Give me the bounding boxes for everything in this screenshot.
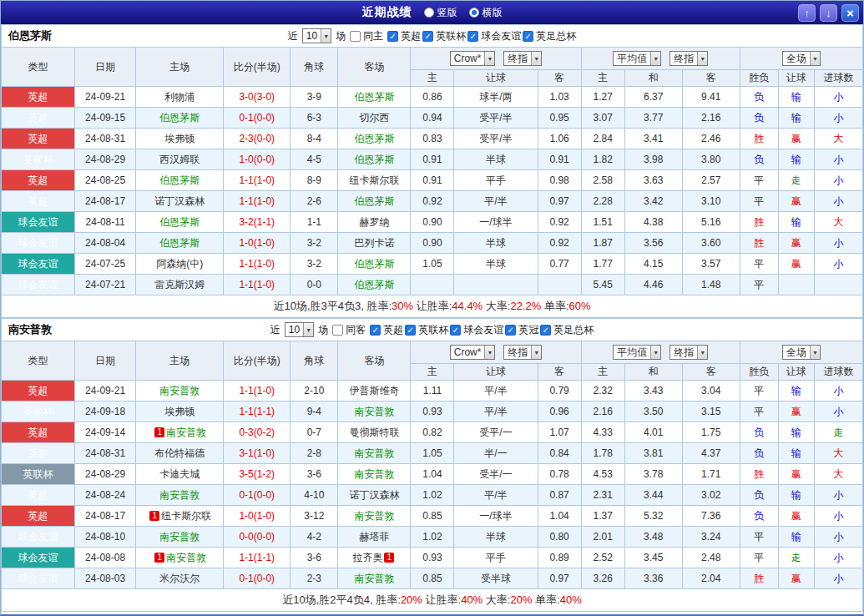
away-team-name[interactable]: 伯恩茅斯 [354,91,394,103]
home-team-name[interactable]: 诺丁汉森林 [154,195,205,207]
league-filter-1[interactable]: ✓英超 [370,323,403,337]
score-cell: 0-0(0-0) [224,527,291,548]
away-team-name[interactable]: 伯恩茅斯 [354,133,394,144]
match-count-select[interactable]: 10 ▼ [302,28,331,43]
league-filter-5[interactable]: ✓英足总杯 [540,323,594,337]
avg-time-select[interactable]: 终指 ▼ [669,345,708,360]
radio-horizontal-layout[interactable]: 横版 [469,6,503,20]
home-team-name[interactable]: 埃弗顿 [164,406,195,417]
league-label: 英冠 [518,323,538,337]
same-venue-filter[interactable]: 同客 [332,323,366,337]
home-team-name[interactable]: 南安普敦 [159,385,200,396]
radio-icon[interactable] [424,8,434,18]
away-team-name[interactable]: 伯恩茅斯 [354,154,394,165]
home-team-name[interactable]: 利物浦 [164,91,195,103]
checkbox-icon[interactable]: ✓ [540,325,551,336]
avg-source-select[interactable]: 平均值 ▼ [613,345,661,360]
checkbox-icon[interactable] [332,325,343,336]
away-team-name[interactable]: 伊普斯维奇 [349,385,399,396]
home-team-name[interactable]: 纽卡斯尔联 [161,510,211,522]
away-team-name[interactable]: 伯恩茅斯 [354,279,394,290]
away-team-name[interactable]: 南安普敦 [354,468,394,480]
odds-home-value: 0.91 [411,170,454,191]
period-select[interactable]: 全场 ▼ [782,51,821,66]
avg-home-value: 1.51 [581,212,624,233]
away-team-name[interactable]: 南安普敦 [354,406,394,417]
checkbox-icon[interactable]: ✓ [505,325,516,336]
odds-source-select[interactable]: Crow* ▼ [450,345,496,360]
checkbox-icon[interactable]: ✓ [523,31,533,42]
result-wdl: 平 [740,275,778,295]
checkbox-icon[interactable]: ✓ [467,31,478,42]
avg-draw-value: 4.01 [624,422,682,443]
result-wdl: 平 [740,548,778,568]
close-button[interactable]: × [841,4,859,22]
match-row: 球会友谊 24-08-08 1南安普敦 1-1(1-1) 3-6 拉齐奥1 0.… [2,548,863,568]
league-filter-2[interactable]: ✓英联杯 [405,323,448,337]
away-team-name[interactable]: 赫塔菲 [359,531,389,543]
home-team-name[interactable]: 伯恩茅斯 [159,174,200,186]
home-team-name[interactable]: 埃弗顿 [164,133,195,144]
home-team-name[interactable]: 布伦特福德 [154,447,205,459]
away-team-name[interactable]: 南安普敦 [354,573,394,584]
home-team-name[interactable]: 西汉姆联 [159,154,200,165]
away-team-cell: 伯恩茅斯 [338,149,411,170]
home-team-name[interactable]: 卡迪夫城 [159,468,200,480]
away-team-name[interactable]: 伯恩茅斯 [354,195,394,207]
result-goals: 小 [814,548,862,568]
checkbox-icon[interactable] [350,31,361,42]
period-select[interactable]: 全场 ▼ [782,345,821,360]
radio-icon[interactable] [469,8,479,18]
chevron-down-icon: ▼ [650,346,660,359]
home-team-name[interactable]: 伯恩茅斯 [159,112,200,124]
home-team-name[interactable]: 伯恩茅斯 [159,216,200,228]
away-team-name[interactable]: 南安普敦 [354,510,394,522]
avg-group-header: 平均值 ▼ 终指 ▼ [581,341,740,364]
avg-time-select[interactable]: 终指 ▼ [669,51,708,66]
home-team-name[interactable]: 南安普敦 [166,552,206,563]
away-team-name[interactable]: 巴列卡诺 [354,237,394,249]
match-row: 英超 24-08-17 诺丁汉森林 1-1(1-0) 2-6 伯恩茅斯 0.92… [2,191,863,212]
home-team-name[interactable]: 南安普敦 [159,489,200,501]
checkbox-icon[interactable]: ✓ [387,31,398,42]
odds-source-select[interactable]: Crow* ▼ [450,51,496,66]
league-filter-1[interactable]: ✓英超 [387,29,421,43]
away-team-name[interactable]: 切尔西 [359,112,389,124]
same-venue-filter[interactable]: 同主 [350,29,383,43]
league-filter-3[interactable]: ✓球会友谊 [467,29,521,43]
checkbox-icon[interactable]: ✓ [422,31,433,42]
odds-time-select[interactable]: 终指 ▼ [503,345,542,360]
away-team-name[interactable]: 曼彻斯特联 [349,427,399,438]
league-filter-3[interactable]: ✓球会友谊 [450,323,503,337]
checkbox-icon[interactable]: ✓ [370,325,381,336]
checkbox-icon[interactable]: ✓ [405,325,416,336]
home-team-name[interactable]: 雷克斯汉姆 [154,279,205,290]
home-team-name[interactable]: 米尔沃尔 [159,573,200,584]
sub-col-avg-home: 主 [581,70,624,87]
odds-time-select[interactable]: 终指 ▼ [503,51,542,66]
league-type-badge: 英超 [2,485,75,506]
checkbox-icon[interactable]: ✓ [450,325,461,336]
avg-home-value: 1.37 [581,506,624,527]
away-team-name[interactable]: 南安普敦 [354,447,394,459]
away-team-name[interactable]: 拉齐奥 [352,552,382,563]
away-team-name[interactable]: 诺丁汉森林 [349,489,399,501]
away-team-name[interactable]: 伯恩茅斯 [354,258,394,270]
radio-vertical-layout[interactable]: 竖版 [424,6,457,20]
home-team-name[interactable]: 伯恩茅斯 [159,237,200,249]
match-row: 英超 24-09-21 南安普敦 1-1(1-0) 2-10 伊普斯维奇 1.1… [2,381,863,401]
scroll-up-button[interactable]: ↑ [798,4,816,22]
league-filter-4[interactable]: ✓英冠 [505,323,538,337]
away-team-name[interactable]: 纽卡斯尔联 [349,174,399,186]
league-filter-2[interactable]: ✓英联杯 [422,29,466,43]
result-handicap: 输 [778,381,814,401]
home-team-name[interactable]: 南安普敦 [159,531,200,543]
league-filter-4[interactable]: ✓英足总杯 [523,29,576,43]
match-count-select[interactable]: 10 ▼ [285,322,314,337]
home-team-name[interactable]: 阿森纳(中) [156,258,203,270]
home-team-name[interactable]: 南安普敦 [166,427,206,438]
away-team-name[interactable]: 赫罗纳 [359,216,389,228]
avg-away-value: 3.24 [682,527,740,548]
scroll-down-button[interactable]: ↓ [820,4,837,22]
avg-source-select[interactable]: 平均值 ▼ [613,51,661,66]
